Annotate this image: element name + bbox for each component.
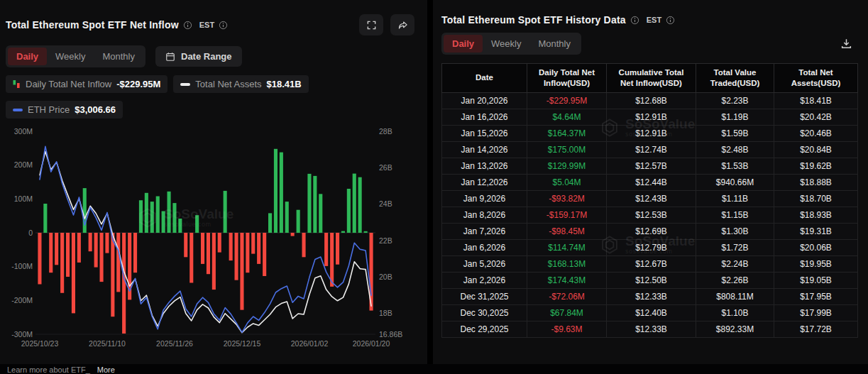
info-icon[interactable] xyxy=(219,21,228,30)
table-cell: Jan 7,2026 xyxy=(442,223,527,239)
date-range-label: Date Range xyxy=(181,51,232,62)
table-cell: $1.15B xyxy=(696,207,774,223)
right-panel-header: Total Ethereum Spot ETF History Data EST xyxy=(441,14,854,26)
etf-dashboard: Total Ethereum Spot ETF Net Inflow EST D… xyxy=(0,0,868,364)
table-row: Jan 9,2026-$93.82M$12.43B$1.11B$18.70B xyxy=(442,190,858,207)
table-cell: Jan 14,2026 xyxy=(442,141,527,158)
tab-daily[interactable]: Daily xyxy=(444,35,483,53)
download-button[interactable] xyxy=(839,36,854,51)
table-cell: $20.42B xyxy=(774,109,858,125)
table-row: Jan 8,2026-$159.17M$12.53B$1.15B$18.93B xyxy=(442,207,858,223)
table-row: Jan 14,2026$175.00M$12.74B$2.48B$20.84B xyxy=(442,141,858,158)
table-cell: -$9.63M xyxy=(527,321,607,337)
table-cell: $19.62B xyxy=(774,158,858,174)
info-icon[interactable] xyxy=(183,21,192,30)
table-cell: Jan 5,2026 xyxy=(442,255,527,272)
table-cell: $17.95B xyxy=(774,288,858,304)
timezone-label: EST xyxy=(199,21,214,29)
table-cell: $12.91B xyxy=(607,125,696,141)
svg-text:24B: 24B xyxy=(379,199,392,208)
tab-weekly[interactable]: Weekly xyxy=(483,35,529,53)
left-panel-header: Total Ethereum Spot ETF Net Inflow EST xyxy=(6,14,427,35)
chart-actions xyxy=(359,14,414,35)
tab-monthly[interactable]: Monthly xyxy=(94,48,143,65)
bar-chart-icon xyxy=(13,80,21,88)
legend-net-assets[interactable]: Total Net Assets $18.41B xyxy=(173,75,308,93)
table-cell: $20.06B xyxy=(774,239,858,255)
table-cell: $175.00M xyxy=(527,141,607,158)
table-row: Jan 20,2026-$229.95M$12.68B$2.23B$18.41B xyxy=(442,92,858,109)
legend-value: $18.41B xyxy=(267,79,302,89)
svg-text:2025/11/26: 2025/11/26 xyxy=(156,339,193,348)
svg-text:20B: 20B xyxy=(379,273,392,281)
svg-text:26B: 26B xyxy=(379,163,392,172)
table-row: Dec 31,2025-$72.06M$12.33B$808.11M$17.95… xyxy=(442,288,858,304)
table-cell: $12.91B xyxy=(607,109,696,125)
table-cell: -$159.17M xyxy=(527,207,607,223)
table-cell: $12.74B xyxy=(607,141,696,158)
fullscreen-button[interactable] xyxy=(359,14,383,35)
tab-weekly[interactable]: Weekly xyxy=(47,48,94,65)
table-cell: $17.72B xyxy=(774,321,858,337)
chart-controls: Daily Weekly Monthly Date Range xyxy=(6,45,427,67)
table-cell: Dec 30,2025 xyxy=(442,304,527,321)
svg-text:2025/12/15: 2025/12/15 xyxy=(224,339,261,348)
net-inflow-chart[interactable]: 300M200M100M0-100M-200M-300M28B26B24B22B… xyxy=(6,126,414,354)
legend-label: ETH Price xyxy=(28,104,70,115)
svg-text:2025/10/23: 2025/10/23 xyxy=(21,339,59,348)
svg-text:0: 0 xyxy=(28,229,33,237)
legend-label: Total Net Assets xyxy=(195,79,261,89)
calendar-icon xyxy=(165,52,175,62)
info-icon[interactable] xyxy=(630,16,639,25)
footer-more-link[interactable]: More xyxy=(97,364,115,374)
table-cell: Jan 20,2026 xyxy=(442,92,527,109)
table-row: Jan 7,2026-$98.45M$12.69B$1.30B$19.31B xyxy=(442,223,858,239)
table-cell: $164.37M xyxy=(527,125,607,141)
svg-text:18B: 18B xyxy=(379,309,392,317)
column-header-daily-inflow: Daily Total Net Inflow(USD) xyxy=(527,64,607,93)
table-cell: Dec 31,2025 xyxy=(442,288,527,304)
timezone-label: EST xyxy=(647,16,661,24)
footer-link[interactable]: Learn more about ETF_ xyxy=(7,364,90,374)
table-cell: -$98.45M xyxy=(527,223,607,239)
share-button[interactable] xyxy=(390,14,414,35)
column-header-net-assets: Total Net Assets(USD) xyxy=(774,64,858,93)
svg-text:2026/01/02: 2026/01/02 xyxy=(291,339,329,348)
date-range-button[interactable]: Date Range xyxy=(155,46,242,67)
legend-net-inflow[interactable]: Daily Total Net Inflow -$229.95M xyxy=(6,75,167,93)
svg-text:-100M: -100M xyxy=(11,262,33,270)
svg-text:200M: 200M xyxy=(14,160,33,169)
table-cell: $12.57B xyxy=(607,158,696,174)
svg-text:16.86B: 16.86B xyxy=(379,330,402,339)
table-cell: $168.13M xyxy=(527,255,607,272)
table-row: Jan 2,2026$174.43M$12.50B$2.26B$19.05B xyxy=(442,272,858,288)
left-panel-title: Total Ethereum Spot ETF Net Inflow xyxy=(6,19,179,31)
table-cell: $1.59B xyxy=(696,125,774,141)
table-cell: $12.33B xyxy=(607,288,696,304)
tab-daily[interactable]: Daily xyxy=(8,48,47,65)
table-cell: $20.84B xyxy=(774,141,858,158)
table-cell: Jan 9,2026 xyxy=(442,190,527,207)
table-cell: $1.19B xyxy=(696,109,774,125)
white-dash-icon xyxy=(180,83,190,86)
svg-text:-300M: -300M xyxy=(11,330,33,339)
column-header-value-traded: Total Value Traded(USD) xyxy=(696,64,774,93)
table-cell: $12.44B xyxy=(607,174,696,190)
legend-eth-price[interactable]: ETH Price $3,006.66 xyxy=(6,101,123,119)
table-row: Jan 16,2026$4.64M$12.91B$1.19B$20.42B xyxy=(442,109,858,125)
table-cell: $2.48B xyxy=(696,141,774,158)
table-cell: $20.46B xyxy=(774,125,858,141)
tab-monthly[interactable]: Monthly xyxy=(529,35,579,53)
legend-row-2: ETH Price $3,006.66 xyxy=(6,101,427,119)
table-cell: Jan 6,2026 xyxy=(442,239,527,255)
table-cell: $67.84M xyxy=(527,304,607,321)
table-cell: $19.95B xyxy=(774,255,858,272)
table-cell: -$229.95M xyxy=(527,92,607,109)
table-cell: $940.66M xyxy=(696,174,774,190)
chart-canvas[interactable]: 300M200M100M0-100M-200M-300M28B26B24B22B… xyxy=(6,126,414,351)
table-cell: $18.88B xyxy=(774,174,858,190)
table-row: Jan 15,2026$164.37M$12.91B$1.59B$20.46B xyxy=(442,125,858,141)
info-icon[interactable] xyxy=(666,16,675,25)
frequency-tabs: Daily Weekly Monthly xyxy=(441,33,581,55)
table-cell: $12.67B xyxy=(607,255,696,272)
